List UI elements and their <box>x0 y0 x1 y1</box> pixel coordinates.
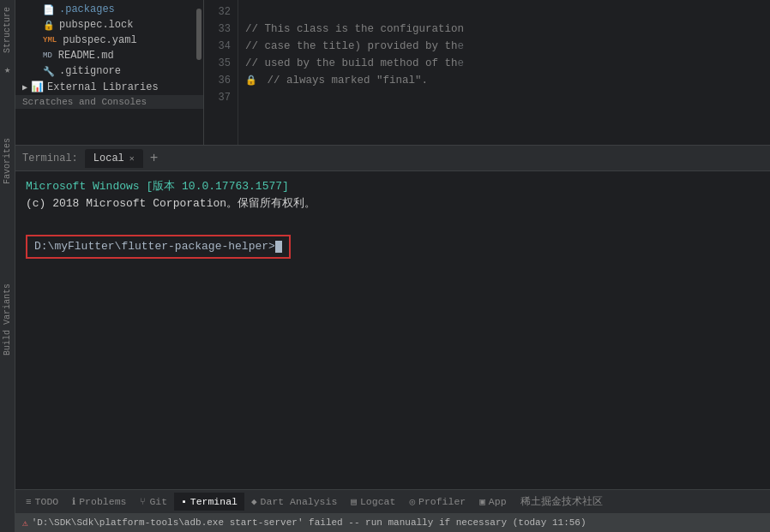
terminal-body: Microsoft Windows [版本 10.0.17763.1577] (… <box>15 171 770 489</box>
tab-label: Profiler <box>418 496 466 507</box>
tab-label: Problems <box>79 496 126 507</box>
sidebar-structure-tab[interactable]: Structure <box>0 0 15 60</box>
tab-todo[interactable]: ≡ TODO <box>19 493 65 511</box>
close-tab-icon[interactable]: ✕ <box>129 153 135 164</box>
top-split: 📄 .packages 🔒 pubspec.lock YML pubspec.y… <box>15 0 770 146</box>
tab-label: Logcat <box>360 496 395 507</box>
file-icon: MD <box>43 51 52 60</box>
terminal-tab-local[interactable]: Local ✕ <box>85 149 143 168</box>
logcat-icon: ▤ <box>351 496 357 507</box>
file-name: pubspec.lock <box>59 19 133 31</box>
cursor <box>275 241 282 253</box>
terminal-tabbar: Terminal: Local ✕ + <box>15 146 770 171</box>
code-line-34: // case the title) provided by the <box>245 38 763 55</box>
app-icon: ▣ <box>479 496 485 507</box>
left-sidebar: Structure ★ Favorites Build Variants <box>0 0 15 532</box>
sidebar-build-tab[interactable]: Build Variants <box>0 277 15 362</box>
todo-icon: ≡ <box>26 497 32 507</box>
tab-community[interactable]: 稀土掘金技术社区 <box>514 492 610 511</box>
file-packages[interactable]: 📄 .packages <box>15 2 203 17</box>
tab-label: Local <box>93 152 124 164</box>
arrow-icon: ▶ <box>22 82 27 93</box>
folder-external-libraries[interactable]: ▶ 📊 External Libraries <box>15 79 203 95</box>
dart-icon: ◆ <box>251 496 257 507</box>
yaml-icon: YML <box>43 36 57 45</box>
status-text: 'D:\SDK\Sdk\platform-tools\adb.exe start… <box>32 517 587 528</box>
editor-content: 32 33 34 35 36 37 // This class is the c… <box>204 0 770 145</box>
code-line-37 <box>245 89 763 106</box>
code-line-35: // used by the build method of the <box>245 55 763 72</box>
code-lines: // This class is the configuration // ca… <box>238 0 770 145</box>
profiler-icon: ◎ <box>409 496 415 507</box>
editor-area: 32 33 34 35 36 37 // This class is the c… <box>204 0 770 145</box>
tab-profiler[interactable]: ◎ Profiler <box>402 493 472 511</box>
tree-scrollbar[interactable] <box>196 9 202 60</box>
file-readme[interactable]: MD README.md <box>15 48 203 63</box>
bottom-toolbar: ≡ TODO ℹ Problems ⑂ Git ▪ Terminal ◆ Dar… <box>15 489 770 513</box>
file-pubspec-lock[interactable]: 🔒 pubspec.lock <box>15 17 203 33</box>
error-icon: ⚠ <box>22 517 28 529</box>
file-icon: 🔧 <box>43 66 55 77</box>
tab-label: Git <box>149 496 167 507</box>
file-name: .gitignore <box>59 65 121 77</box>
terminal-add-tab[interactable]: + <box>145 151 164 166</box>
tab-problems[interactable]: ℹ Problems <box>65 493 133 511</box>
status-bar: ⚠ 'D:\SDK\Sdk\platform-tools\adb.exe sta… <box>15 513 770 532</box>
file-name: .packages <box>59 3 115 15</box>
terminal-section: Terminal: Local ✕ + Microsoft Windows [版… <box>15 146 770 489</box>
terminal-line-1: Microsoft Windows [版本 10.0.17763.1577] <box>26 178 760 195</box>
terminal-line-2: (c) 2018 Microsoft Corporation。保留所有权利。 <box>26 195 760 212</box>
terminal-line-3 <box>26 212 760 230</box>
tab-label: App <box>489 496 507 507</box>
tab-label: TODO <box>35 496 59 507</box>
problems-icon: ℹ <box>72 496 75 507</box>
tab-label: Dart Analysis <box>261 496 338 507</box>
tab-git[interactable]: ⑂ Git <box>133 493 174 511</box>
tab-logcat[interactable]: ▤ Logcat <box>344 493 402 511</box>
folder-icon: 📊 <box>31 81 44 93</box>
main-content: 📄 .packages 🔒 pubspec.lock YML pubspec.y… <box>15 0 770 532</box>
terminal-command-line[interactable]: D:\myFlutter\flutter-package-helper> <box>26 230 760 259</box>
file-name: pubspec.yaml <box>63 34 136 46</box>
code-line-32 <box>245 3 763 21</box>
file-name: README.md <box>58 50 114 62</box>
tab-label: Terminal <box>190 496 238 507</box>
tab-app[interactable]: ▣ App <box>472 493 513 511</box>
terminal-label: Terminal: <box>22 152 78 164</box>
file-tree: 📄 .packages 🔒 pubspec.lock YML pubspec.y… <box>15 0 204 145</box>
file-icon: 📄 <box>43 4 55 15</box>
file-gitignore[interactable]: 🔧 .gitignore <box>15 63 203 79</box>
favorites-star-icon: ★ <box>0 60 15 80</box>
file-pubspec-yaml[interactable]: YML pubspec.yaml <box>15 33 203 48</box>
tab-dart[interactable]: ◆ Dart Analysis <box>244 493 344 511</box>
code-line-36: 🔒 // always marked "final". <box>245 72 763 89</box>
file-icon: 🔒 <box>43 20 55 31</box>
code-line-33: // This class is the configuration <box>245 21 763 38</box>
scratches-consoles[interactable]: Scratches and Consoles <box>15 95 203 109</box>
folder-name: External Libraries <box>47 81 159 93</box>
terminal-icon: ▪ <box>181 497 187 507</box>
command-box[interactable]: D:\myFlutter\flutter-package-helper> <box>26 235 291 259</box>
line-numbers: 32 33 34 35 36 37 <box>204 0 238 145</box>
git-icon: ⑂ <box>140 497 146 507</box>
tab-terminal[interactable]: ▪ Terminal <box>174 493 244 511</box>
sidebar-favorites-tab[interactable]: Favorites <box>0 131 15 191</box>
tab-label: 稀土掘金技术社区 <box>520 495 603 508</box>
